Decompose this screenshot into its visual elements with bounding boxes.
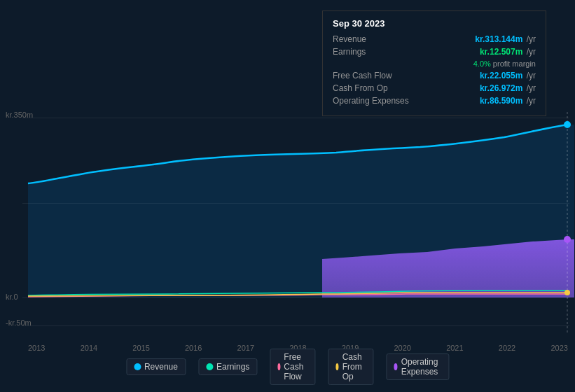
- tooltip-opex-label: Operating Expenses: [333, 96, 409, 106]
- legend-opex[interactable]: Operating Expenses: [386, 354, 449, 380]
- legend-earnings-label: Earnings: [216, 362, 249, 372]
- legend: Revenue Earnings Free Cash Flow Cash Fro…: [126, 349, 449, 385]
- legend-opex-label: Operating Expenses: [401, 357, 441, 377]
- tooltip-fcf-label: Free Cash Flow: [333, 71, 392, 80]
- x-label-2014: 2014: [81, 344, 97, 352]
- tooltip-title: Sep 30 2023: [333, 18, 536, 29]
- tooltip-revenue-row: Revenue kr.313.144m /yr: [333, 34, 536, 44]
- tooltip-earnings-label: Earnings: [333, 47, 366, 57]
- tooltip-opex-value: kr.86.590m: [480, 96, 522, 106]
- cashop-dot: [564, 290, 570, 295]
- tooltip-earnings-unit: /yr: [524, 47, 536, 57]
- legend-earnings-dot: [206, 363, 213, 370]
- tooltip-revenue-value: kr.313.144m: [475, 34, 522, 44]
- x-label-2022: 2022: [499, 344, 515, 352]
- tooltip-earnings-row: Earnings kr.12.507m /yr: [333, 47, 536, 57]
- tooltip-margin-value: 4.0% profit margin: [473, 59, 536, 68]
- legend-opex-dot: [394, 363, 397, 370]
- tooltip-cashop-label: Cash From Op: [333, 83, 388, 93]
- tooltip-revenue-unit: /yr: [524, 34, 536, 44]
- legend-revenue-label: Revenue: [144, 362, 178, 372]
- tooltip-fcf-value: kr.22.055m: [480, 71, 522, 80]
- legend-earnings[interactable]: Earnings: [198, 358, 257, 375]
- legend-cashop-dot: [335, 363, 338, 370]
- legend-cashop[interactable]: Cash From Op: [328, 349, 373, 385]
- x-label-2023: 2023: [550, 344, 567, 352]
- legend-revenue-dot: [134, 363, 141, 370]
- tooltip-fcf-unit: /yr: [524, 71, 536, 80]
- legend-fcf[interactable]: Free Cash Flow: [270, 349, 315, 385]
- tooltip-earnings-value: kr.12.507m: [480, 47, 522, 57]
- legend-cashop-label: Cash From Op: [342, 352, 366, 382]
- tooltip-fcf-row: Free Cash Flow kr.22.055m /yr: [333, 71, 536, 80]
- tooltip-opex-unit: /yr: [524, 96, 536, 106]
- opex-dot: [564, 236, 571, 243]
- tooltip-cashop-row: Cash From Op kr.26.972m /yr: [333, 83, 536, 93]
- legend-fcf-dot: [277, 363, 280, 370]
- tooltip-cashop-unit: /yr: [524, 83, 536, 93]
- tooltip-opex-row: Operating Expenses kr.86.590m /yr: [333, 96, 536, 106]
- tooltip-margin-row: 4.0% profit margin: [333, 59, 536, 68]
- tooltip-revenue-label: Revenue: [333, 34, 366, 44]
- chart-container: Sep 30 2023 Revenue kr.313.144m /yr Earn…: [0, 0, 575, 392]
- revenue-dot: [564, 121, 571, 128]
- tooltip: Sep 30 2023 Revenue kr.313.144m /yr Earn…: [322, 10, 546, 116]
- legend-fcf-label: Free Cash Flow: [284, 352, 307, 382]
- tooltip-cashop-value: kr.26.972m: [480, 83, 522, 93]
- legend-revenue[interactable]: Revenue: [126, 358, 186, 375]
- revenue-fill: [28, 125, 574, 298]
- x-label-2013: 2013: [28, 344, 45, 352]
